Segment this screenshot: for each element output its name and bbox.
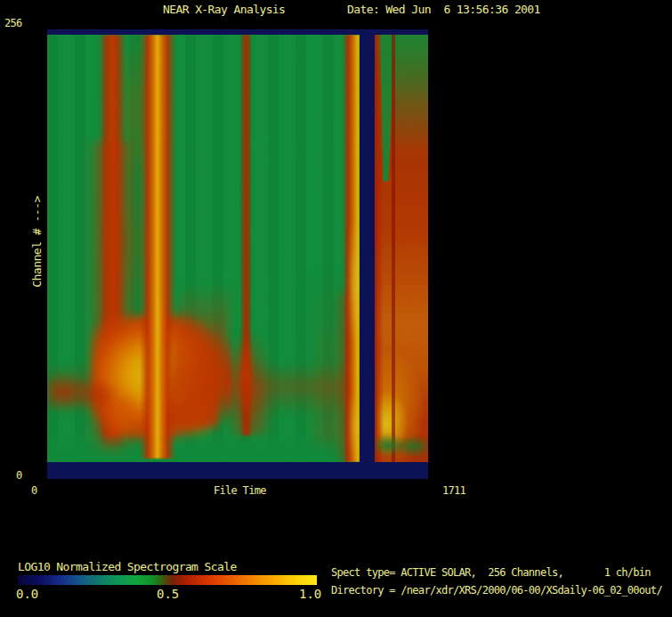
colorbar-gradient [18,575,317,585]
spectrogram-right-segment [375,35,428,462]
near-xray-analysis-window: NEAR X-Ray Analysis Date: Wed Jun 6 13:5… [0,0,672,617]
noise-texture [47,35,360,462]
y-axis-max-label: 256 [4,18,22,29]
x-axis-min-label: 0 [31,485,37,497]
spectrogram-main-segment [47,35,360,462]
page-title: NEAR X-Ray Analysis [163,4,285,16]
noise-texture [375,35,428,462]
directory-info: Directory = /near/xdr/XRS/2000/06-00/XSd… [331,585,662,597]
colorbar-tick-max: 1.0 [299,588,321,601]
x-axis-title: File Time [214,485,266,497]
y-axis-title: Channel # ---> [30,144,44,340]
colorbar-tick-min: 0.0 [16,588,38,601]
colorbar-tick-mid: 0.5 [157,588,179,601]
y-axis-min-label: 0 [16,470,22,482]
spectrogram-plot [47,29,428,479]
x-axis-max-label: 1711 [442,485,466,497]
colorbar-title: LOG10 Normalized Spectrogram Scale [18,561,237,573]
spect-type-info: Spect type= ACTIVE SOLAR, 256 Channels, … [331,567,651,579]
header-date: Date: Wed Jun 6 13:56:36 2001 [347,4,540,16]
